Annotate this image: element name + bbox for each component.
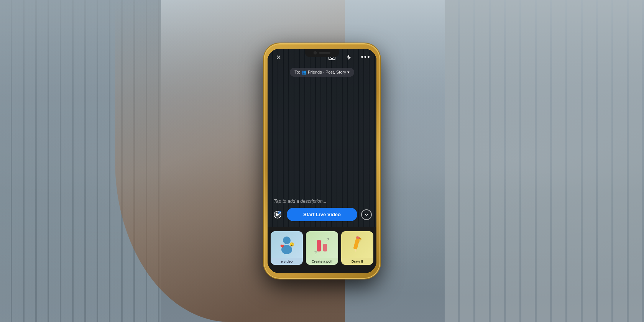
audience-pill[interactable]: To: 👥 Friends · Post, Story ▾ <box>290 68 354 77</box>
create-poll-card[interactable]: ? ? Create a poll <box>306 231 338 265</box>
close-button[interactable]: ✕ <box>273 52 284 62</box>
create-poll-card-image: ? ? <box>306 231 338 258</box>
screen-content: ✕ <box>268 49 376 273</box>
svg-rect-8 <box>323 244 327 251</box>
svg-marker-12 <box>354 249 357 252</box>
svg-text:😮: 😮 <box>289 242 294 247</box>
audience-selector: To: 👥 Friends · Post, Story ▾ <box>268 68 376 77</box>
background-buildings-right <box>445 0 644 322</box>
start-live-video-button[interactable]: Start Live Video <box>287 208 357 221</box>
live-video-card-label: e video <box>271 258 303 265</box>
live-video-card[interactable]: 😮 ❤️ e video <box>271 231 303 265</box>
draw-it-card-image: ? <box>341 231 373 258</box>
expand-button[interactable] <box>361 209 372 220</box>
create-poll-card-label: Create a poll <box>306 258 338 265</box>
svg-text:?: ? <box>314 250 317 255</box>
phone-device: ✕ <box>264 44 380 278</box>
more-options-button[interactable]: ••• <box>360 52 371 62</box>
phone-shell: ✕ <box>264 44 380 278</box>
svg-text:❤️: ❤️ <box>280 244 284 248</box>
audience-label: To: 👥 Friends · Post, Story ▾ <box>294 70 350 75</box>
live-video-card-image: 😮 ❤️ <box>271 231 303 258</box>
svg-rect-7 <box>317 240 321 251</box>
description-area[interactable]: Tap to add a description... <box>268 197 376 204</box>
phone-speaker <box>319 52 330 54</box>
live-video-controls: Start Live Video <box>268 208 376 221</box>
camera-viewfinder: ✕ <box>268 49 376 227</box>
svg-text:?: ? <box>358 237 362 243</box>
front-camera <box>314 51 317 54</box>
phone-notch <box>305 49 339 57</box>
svg-point-1 <box>279 212 281 213</box>
feature-cards-row: 😮 ❤️ e video <box>268 227 376 273</box>
phone-screen: ✕ <box>268 49 376 273</box>
live-effects-icon[interactable] <box>272 209 283 220</box>
draw-it-card-label: Draw It <box>341 258 373 265</box>
draw-it-card[interactable]: ? Draw It <box>341 231 373 265</box>
description-placeholder: Tap to add a description... <box>274 199 327 204</box>
svg-text:?: ? <box>327 237 329 242</box>
flash-button[interactable] <box>343 52 354 62</box>
